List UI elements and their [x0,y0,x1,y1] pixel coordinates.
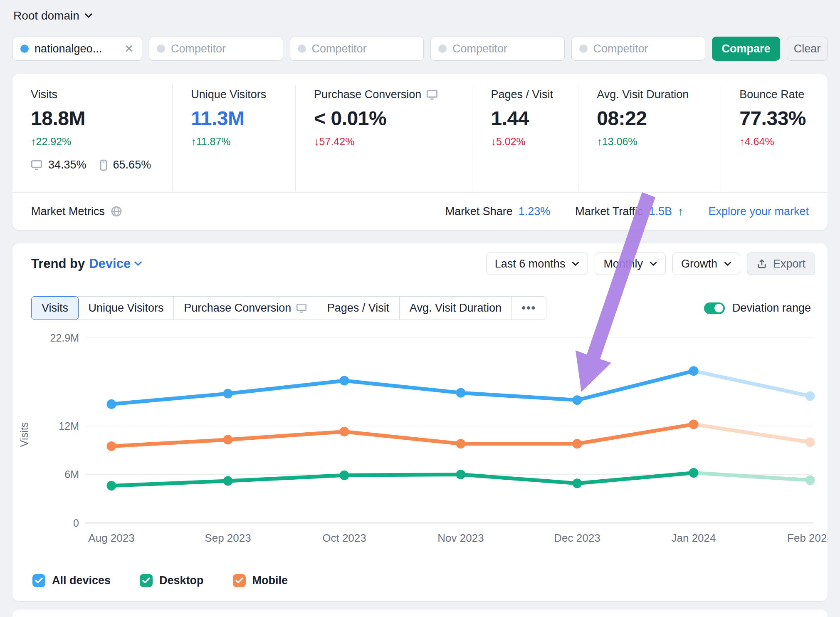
metric-change: ↑13.06% [597,136,721,148]
data-point[interactable] [223,476,233,486]
tab-more[interactable]: ••• [511,296,546,320]
market-share-value[interactable]: 1.23% [519,205,551,218]
data-point[interactable] [805,476,815,485]
desktop-icon [31,160,42,171]
data-point[interactable] [456,470,466,479]
data-point[interactable] [340,427,349,436]
data-point[interactable] [340,376,349,385]
svg-text:0: 0 [73,517,79,529]
legend-label: Desktop [159,574,204,587]
metric-value: 1.44 [491,107,578,130]
competitor-input-1[interactable]: Competitor [149,37,283,61]
checkbox-checked-icon[interactable] [32,574,45,587]
toggle-knob [714,304,723,312]
chevron-down-icon [572,262,579,266]
checkbox-checked-icon[interactable] [233,574,246,587]
tab-unique-visitors[interactable]: Unique Visitors [78,296,174,320]
trend-line-chart[interactable]: 06M12M22.9MAug 2023Sep 2023Oct 2023Nov 2… [25,331,828,551]
export-button[interactable]: Export [747,253,815,275]
tab-pages-per-visit[interactable]: Pages / Visit [317,296,400,320]
metric-purchase-conversion: Purchase Conversion < 0.01% ↓57.42% [295,85,472,192]
metric-change: ↑11.87% [191,136,295,148]
metric-tabs: Visits Unique Visitors Purchase Conversi… [31,296,546,320]
trend-title: Trend by Device [31,256,142,271]
data-point[interactable] [573,478,582,488]
competitor-color-dot [438,45,447,53]
data-point[interactable] [107,441,116,451]
explore-market-link[interactable]: Explore your market [708,205,809,218]
tab-purchase-conversion[interactable]: Purchase Conversion [173,296,317,320]
domain-chip[interactable]: nationalgeo... ✕ [12,37,142,61]
chevron-down-icon [724,262,731,266]
metric-label: Bounce Rate [739,88,828,101]
metric-label: Purchase Conversion [314,88,421,101]
data-point[interactable] [805,391,815,401]
data-point[interactable] [456,439,466,449]
market-share-label: Market Share [445,205,513,218]
svg-text:12M: 12M [59,420,79,432]
svg-text:Oct 2023: Oct 2023 [322,532,366,544]
scope-selector[interactable]: Root domain [13,9,93,22]
data-point[interactable] [107,481,116,491]
traffic-analytics-page: Root domain nationalgeo... ✕ Competitor … [0,0,840,617]
date-range-dropdown[interactable]: Last 6 months [486,253,588,275]
desktop-icon [426,89,438,100]
data-point[interactable] [805,437,815,447]
svg-text:Feb 2024: Feb 2024 [787,532,828,544]
granularity-dropdown[interactable]: Monthly [595,253,666,275]
legend-label: Mobile [252,574,288,587]
tab-avg-visit-duration[interactable]: Avg. Visit Duration [399,296,512,320]
chart-legend: All devices Desktop Mobile [32,574,288,587]
metric-pages-per-visit: Pages / Visit 1.44 ↓5.02% [472,85,578,192]
trend-title-prefix: Trend by [31,256,85,271]
deviation-range-control: Deviation range [704,302,811,315]
market-traffic-label: Market Traffic [575,205,643,218]
compare-button[interactable]: Compare [712,37,780,61]
next-section-card-edge [12,610,828,617]
competitor-input-2[interactable]: Competitor [290,37,424,61]
clear-button[interactable]: Clear [787,37,828,61]
competitor-placeholder: Competitor [312,42,367,55]
data-point[interactable] [689,366,699,376]
trend-dimension-selector[interactable]: Device [89,256,142,271]
deviation-range-toggle[interactable] [704,302,725,314]
legend-all-devices[interactable]: All devices [32,574,111,587]
domain-chip-label: nationalgeo... [35,42,102,55]
data-point[interactable] [107,399,116,409]
legend-mobile[interactable]: Mobile [233,574,288,587]
trend-card: Trend by Device Last 6 months Monthly [12,243,828,601]
trend-toolbar: Last 6 months Monthly Growth Export [486,253,815,275]
metric-label: Unique Visitors [191,88,295,101]
checkbox-checked-icon[interactable] [140,574,153,587]
data-point[interactable] [573,439,582,449]
mobile-share: 65.65% [113,159,151,171]
legend-desktop[interactable]: Desktop [140,574,204,587]
chevron-down-icon [650,262,657,266]
competitor-input-4[interactable]: Competitor [571,37,706,61]
data-point[interactable] [223,389,233,399]
desktop-icon [296,303,307,313]
metric-value[interactable]: 11.3M [191,107,295,130]
metric-bounce-rate: Bounce Rate 77.33% ↑4.64% [721,85,828,192]
mode-dropdown[interactable]: Growth [672,253,740,275]
metric-change: ↓57.42% [314,136,472,148]
data-point[interactable] [689,419,699,429]
legend-label: All devices [52,574,111,587]
competitor-input-3[interactable]: Competitor [430,37,565,61]
export-icon [756,258,767,269]
trend-up-icon: ↑ [678,205,684,218]
metric-label: Avg. Visit Duration [597,88,721,101]
data-point[interactable] [573,395,582,405]
metric-change: ↑4.64% [739,136,828,148]
svg-text:Dec 2023: Dec 2023 [554,532,600,544]
close-icon[interactable]: ✕ [124,42,134,55]
data-point[interactable] [340,471,349,480]
data-point[interactable] [456,388,466,398]
competitor-color-dot [157,45,165,53]
tab-visits[interactable]: Visits [31,296,79,320]
metrics-row: Visits 18.8M ↑22.92% 34.35% 65.65% Uniqu… [12,74,828,192]
globe-icon [111,206,122,217]
data-point[interactable] [689,468,699,478]
data-point[interactable] [223,435,233,444]
market-traffic-value[interactable]: 1.5B [649,205,672,218]
